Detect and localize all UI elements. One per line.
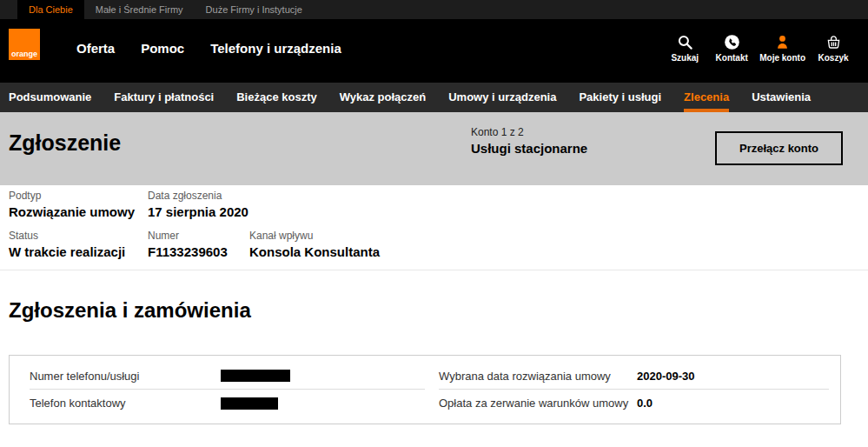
contact-phone-icon <box>724 34 740 50</box>
case-details: Podtyp Rozwiązanie umowy Data zgłoszenia… <box>0 185 868 260</box>
detail-label: Data zgłoszenia <box>148 190 248 202</box>
basket-icon <box>825 34 842 50</box>
account-counter: Konto 1 z 2 <box>471 126 587 138</box>
search-button[interactable]: Szukaj <box>666 34 704 63</box>
redacted-phone-number <box>221 370 290 382</box>
subnav-zlecenia[interactable]: Zlecenia <box>684 83 729 112</box>
search-label: Szukaj <box>671 53 699 63</box>
table-row: Wybrana data rozwiązania umowy 2020-09-3… <box>439 363 829 390</box>
nav-item-pomoc[interactable]: Pomoc <box>141 41 184 56</box>
account-name: Usługi stacjonarne <box>471 141 587 156</box>
contact-label: Kontakt <box>716 53 748 63</box>
section-title: Zgłoszenia i zamówienia <box>9 298 868 323</box>
row-value: 0.0 <box>637 397 653 410</box>
orange-logo[interactable]: orange <box>9 29 40 60</box>
detail-value: 17 sierpnia 2020 <box>148 204 248 220</box>
redacted-contact-phone <box>221 397 278 410</box>
row-value: 2020-09-30 <box>637 370 695 383</box>
nav-icon-group: Szukaj Kontakt Moje konto Koszyk <box>666 34 852 63</box>
my-account-icon <box>774 34 791 50</box>
detail-row: Podtyp Rozwiązanie umowy Data zgłoszenia… <box>9 190 868 220</box>
search-icon <box>677 34 693 50</box>
table-row: Opłata za zerwanie warunków umowy 0.0 <box>439 390 829 417</box>
contact-button[interactable]: Kontakt <box>712 34 751 63</box>
panel-right-column: Wybrana data rozwiązania umowy 2020-09-3… <box>425 363 840 417</box>
subnav-podsumowanie[interactable]: Podsumowanie <box>9 83 91 112</box>
segment-switch-bar: Dla Ciebie Małe i Średnie Firmy Duże Fir… <box>0 0 868 19</box>
nav-item-telefony[interactable]: Telefony i urządzenia <box>210 41 341 56</box>
page-header-band: Zgłoszenie Konto 1 z 2 Usługi stacjonarn… <box>0 112 868 185</box>
detail-row: Status W trakcie realizacji Numer F11332… <box>9 230 868 260</box>
switch-account-button[interactable]: Przełącz konto <box>715 131 843 165</box>
row-label: Opłata za zerwanie warunków umowy <box>439 397 637 410</box>
detail-value: Rozwiązanie umowy <box>9 204 148 220</box>
subnav-umowy-urzadzenia[interactable]: Umowy i urządzenia <box>448 83 556 112</box>
subnav-faktury-platnosci[interactable]: Faktury i płatności <box>114 83 214 112</box>
detail-status: Status W trakcie realizacji <box>9 230 148 260</box>
detail-data-zgloszenia: Data zgłoszenia 17 sierpnia 2020 <box>148 190 248 220</box>
nav-item-oferta[interactable]: Oferta <box>76 41 115 56</box>
orange-logo-text: orange <box>11 50 37 58</box>
order-details-panel: Numer telefonu/usługi Telefon kontaktowy… <box>9 355 841 424</box>
detail-numer: Numer F1133239603 <box>148 230 249 260</box>
my-account-button[interactable]: Moje konto <box>759 34 805 63</box>
segment-tab-label: Małe i Średnie Firmy <box>96 4 183 15</box>
detail-label: Kanał wpływu <box>249 230 380 242</box>
detail-label: Status <box>9 230 148 242</box>
section-divider <box>0 270 868 270</box>
detail-value: W trakcie realizacji <box>9 244 148 260</box>
page-title: Zgłoszenie <box>9 130 121 156</box>
basket-label: Koszyk <box>818 53 848 63</box>
account-subnav: Podsumowanie Faktury i płatności Bieżące… <box>0 83 868 112</box>
subnav-pakiety-uslugi[interactable]: Pakiety i usługi <box>579 83 661 112</box>
row-label: Telefon kontaktowy <box>30 397 221 410</box>
main-navigation: orange Oferta Pomoc Telefony i urządzeni… <box>0 19 868 83</box>
row-label: Numer telefonu/usługi <box>30 370 221 383</box>
basket-button[interactable]: Koszyk <box>814 34 852 63</box>
table-row: Numer telefonu/usługi <box>30 363 425 390</box>
detail-label: Podtyp <box>9 190 148 202</box>
segment-tab-male-srednie-firmy[interactable]: Małe i Średnie Firmy <box>84 0 195 19</box>
account-info: Konto 1 z 2 Usługi stacjonarne <box>471 126 587 156</box>
segment-tab-label: Duże Firmy i Instytucje <box>206 4 302 15</box>
subnav-ustawienia[interactable]: Ustawienia <box>752 83 811 112</box>
subnav-wykaz-polaczen[interactable]: Wykaz połączeń <box>340 83 426 112</box>
subnav-biezace-koszty[interactable]: Bieżące koszty <box>236 83 317 112</box>
segment-tab-label: Dla Ciebie <box>29 4 73 15</box>
segment-tab-dla-ciebie[interactable]: Dla Ciebie <box>17 0 84 19</box>
panel-left-column: Numer telefonu/usługi Telefon kontaktowy <box>10 363 425 417</box>
segment-tab-duze-firmy[interactable]: Duże Firmy i Instytucje <box>195 0 314 19</box>
my-account-label: Moje konto <box>759 53 805 63</box>
detail-podtyp: Podtyp Rozwiązanie umowy <box>9 190 148 220</box>
main-nav-items: Oferta Pomoc Telefony i urządzenia <box>76 41 341 56</box>
detail-value: F1133239603 <box>148 244 249 260</box>
row-label: Wybrana data rozwiązania umowy <box>439 370 637 383</box>
detail-value: Konsola Konsultanta <box>249 244 380 260</box>
detail-kanal-wplywu: Kanał wpływu Konsola Konsultanta <box>249 230 380 260</box>
table-row: Telefon kontaktowy <box>30 390 425 417</box>
detail-label: Numer <box>148 230 249 242</box>
